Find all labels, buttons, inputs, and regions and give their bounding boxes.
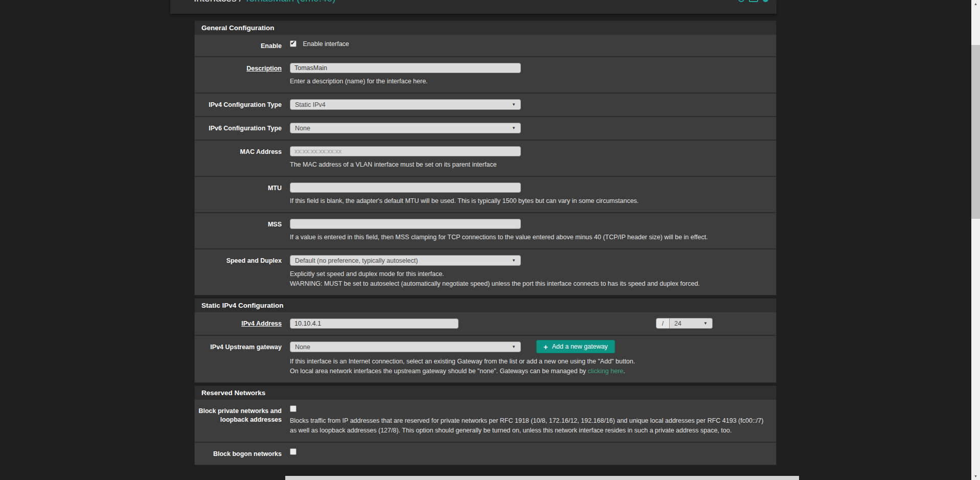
- panel-title-general-configuration: General Configuration: [194, 20, 777, 35]
- row-block-private-networks: Block private networks and loopback addr…: [195, 400, 776, 443]
- gateway-help-line2: On local area network interfaces the ups…: [290, 367, 769, 376]
- ipv6-type-select[interactable]: None ▼: [290, 123, 521, 133]
- mac-address-help: The MAC address of a VLAN interface must…: [290, 160, 769, 170]
- ipv4-upstream-gateway-select[interactable]: None ▼: [290, 341, 521, 352]
- breadcrumb-icons: [738, 0, 768, 2]
- row-mss: MSS If a value is entered in this field,…: [195, 213, 776, 249]
- ipv4-upstream-gateway-label: IPv4 Upstream gateway: [195, 341, 290, 376]
- row-ipv4-address: IPv4 Address / 24 ▼: [195, 312, 776, 336]
- enable-checkbox[interactable]: [290, 40, 297, 47]
- enable-checkbox-label: Enable interface: [303, 40, 349, 48]
- row-mtu: MTU If this field is blank, the adapter'…: [195, 177, 776, 213]
- mtu-label: MTU: [195, 182, 290, 206]
- ipv4-address-input[interactable]: [290, 318, 459, 329]
- ipv4-type-select[interactable]: Static IPv4 ▼: [290, 99, 521, 110]
- mss-input[interactable]: [290, 219, 521, 229]
- mtu-input[interactable]: [290, 182, 521, 193]
- speed-duplex-label: Speed and Duplex: [195, 255, 290, 289]
- plus-icon: +: [543, 343, 548, 351]
- speed-duplex-selected-value: Default (no preference, typically autose…: [295, 257, 418, 264]
- block-private-networks-help: Blocks traffic from IP addresses that ar…: [290, 416, 769, 436]
- speed-duplex-help: Explicitly set speed and duplex mode for…: [290, 269, 769, 289]
- row-ipv6-configuration-type: IPv6 Configuration Type None ▼: [195, 117, 776, 141]
- cidr-selected-value: 24: [674, 320, 681, 327]
- panel-title-reserved-networks: Reserved Networks: [194, 385, 777, 400]
- cidr-separator: /: [656, 318, 670, 329]
- chevron-down-icon: ▼: [512, 126, 516, 130]
- row-enable: Enable Enable interface: [195, 35, 776, 57]
- mss-help: If a value is entered in this field, the…: [290, 233, 769, 242]
- scrollbar-up-arrow[interactable]: ▲: [971, 0, 980, 8]
- breadcrumb-section: Interfaces: [194, 0, 236, 4]
- chevron-down-icon: ▼: [512, 345, 516, 349]
- description-label: Description: [195, 63, 290, 86]
- cidr-select[interactable]: 24 ▼: [670, 318, 713, 329]
- speed-duplex-select[interactable]: Default (no preference, typically autose…: [290, 255, 521, 266]
- mss-label: MSS: [195, 219, 290, 242]
- add-gateway-button[interactable]: + Add a new gateway: [536, 340, 615, 353]
- chevron-down-icon: ▼: [512, 102, 516, 107]
- help-icon[interactable]: [763, 0, 768, 2]
- breadcrumb-page-link[interactable]: TomasMain (em0.40): [244, 0, 335, 4]
- row-ipv4-upstream-gateway: IPv4 Upstream gateway None ▼ + Add a new…: [195, 336, 776, 382]
- chevron-down-icon: ▼: [703, 321, 708, 326]
- row-mac-address: MAC Address The MAC address of a VLAN in…: [195, 141, 776, 177]
- gateway-help: If this interface is an Internet connect…: [290, 357, 769, 376]
- panel-static-ipv4-configuration: Static IPv4 Configuration IPv4 Address /…: [194, 298, 777, 383]
- breadcrumb-separator: /: [236, 0, 244, 4]
- mac-address-label: MAC Address: [195, 146, 290, 170]
- chevron-down-icon: ▼: [512, 258, 516, 263]
- gateway-help-line1: If this interface is an Internet connect…: [290, 357, 769, 367]
- mac-address-input[interactable]: [290, 146, 521, 156]
- panel-title-static-ipv4-configuration: Static IPv4 Configuration: [194, 298, 777, 312]
- block-private-networks-label: Block private networks and loopback addr…: [195, 405, 290, 436]
- row-block-bogon-networks: Block bogon networks: [195, 443, 776, 464]
- scrollbar-thumb[interactable]: [971, 45, 980, 219]
- row-ipv4-configuration-type: IPv4 Configuration Type Static IPv4 ▼: [195, 94, 776, 117]
- ipv6-type-selected-value: None: [295, 125, 310, 132]
- cidr-group: / 24 ▼: [656, 318, 713, 329]
- ipv4-type-selected-value: Static IPv4: [295, 101, 326, 108]
- scrollbar-down-arrow[interactable]: ▼: [971, 472, 980, 480]
- interface-config-form: General Configuration Enable Enable inte…: [194, 20, 777, 468]
- description-input[interactable]: [290, 63, 521, 73]
- status-icon[interactable]: [738, 0, 744, 2]
- bottom-cutoff-strip: [285, 476, 799, 480]
- log-icon[interactable]: [749, 0, 758, 2]
- enable-label: Enable: [195, 40, 290, 50]
- description-help: Enter a description (name) for the inter…: [290, 77, 769, 86]
- block-bogon-networks-checkbox[interactable]: [290, 448, 297, 455]
- block-private-networks-checkbox[interactable]: [290, 405, 297, 412]
- panel-general-configuration: General Configuration Enable Enable inte…: [194, 20, 777, 295]
- mtu-help: If this field is blank, the adapter's de…: [290, 196, 769, 206]
- row-description: Description Enter a description (name) f…: [195, 57, 776, 94]
- panel-reserved-networks: Reserved Networks Block private networks…: [194, 385, 777, 465]
- clicking-here-link[interactable]: clicking here: [588, 368, 623, 375]
- breadcrumb-bar: Interfaces / TomasMain (em0.40): [170, 0, 777, 14]
- ipv4-type-label: IPv4 Configuration Type: [195, 99, 290, 110]
- speed-duplex-help-line1: Explicitly set speed and duplex mode for…: [290, 269, 769, 279]
- gateway-selected-value: None: [295, 344, 310, 351]
- block-bogon-networks-label: Block bogon networks: [195, 448, 290, 458]
- ipv6-type-label: IPv6 Configuration Type: [195, 123, 290, 133]
- speed-duplex-help-line2: WARNING: MUST be set to autoselect (auto…: [290, 279, 769, 289]
- add-gateway-button-label: Add a new gateway: [552, 343, 608, 350]
- breadcrumb: Interfaces / TomasMain (em0.40): [194, 0, 335, 4]
- row-speed-and-duplex: Speed and Duplex Default (no preference,…: [195, 249, 776, 295]
- vertical-scrollbar[interactable]: ▲ ▼: [971, 0, 980, 480]
- ipv4-address-label: IPv4 Address: [195, 318, 290, 329]
